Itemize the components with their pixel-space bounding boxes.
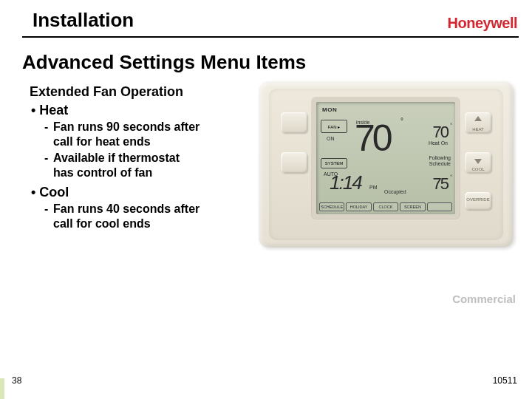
degree-icon: ° [450,123,452,128]
lcd-fan-mode: ON [327,136,335,141]
lcd-bottom-row: SCHEDULE HOLIDAY CLOCK SCREEN [319,202,452,211]
text: call for heat ends [53,134,259,149]
chevron-up-icon [474,116,482,121]
lcd-btn-schedule: SCHEDULE [319,202,344,211]
lcd-day: MON [322,106,337,113]
text: Fan runs 40 seconds after [53,202,200,215]
lcd-occupied: Occupied [384,189,406,194]
text: Fan runs 90 seconds after [53,120,200,133]
left-accent [0,378,4,399]
cool-label: COOL [465,167,491,171]
lcd-inside-temp: 70 [355,117,390,160]
text: Available if thermostat [53,151,180,164]
heat-label: HEAT [465,127,491,132]
text: call for cool ends [53,216,259,231]
lcd-btn-clock: CLOCK [373,202,398,211]
lcd-screen: MON FAN ▸ ON SYSTEM AUTO inside 70 ° 70 … [316,102,455,214]
lcd-btn-holiday: HOLIDAY [346,202,371,211]
brand-logo: Honeywell [448,15,517,32]
page-number: 38 [12,375,21,386]
degree-icon: ° [400,117,403,125]
heat-sub-2: Available if thermostat has control of f… [44,151,259,180]
system-button [281,152,307,173]
heat-up-button: HEAT [465,112,491,133]
text: has control of fan [53,166,259,180]
fan-button [281,112,307,133]
lcd-btn-blank [427,202,452,211]
heat-sub-1: Fan runs 90 seconds after call for heat … [44,120,259,149]
commercial-label: Commercial [452,293,516,305]
degree-icon: ° [450,174,452,180]
cool-down-button: COOL [465,152,491,173]
bullet-heat: • Heat [31,103,259,118]
lcd-heat-setpoint: 70 [433,123,448,142]
lcd-btn-screen: SCREEN [400,202,425,211]
section-title: Advanced Settings Menu Items [0,38,532,81]
subheading: Extended Fan Operation [30,84,259,100]
lcd-fan-box: FAN ▸ [321,120,347,133]
lcd-ampm: PM [369,185,378,190]
chevron-down-icon [474,159,482,164]
thermostat-image: HEAT COOL OVERRIDE MON FAN ▸ ON SYSTEM A… [259,81,514,248]
lcd-system-box: SYSTEM [321,158,347,168]
lcd-heat-sublabel: Heat On [429,140,448,146]
lcd-cool-setpoint: 75 [433,174,448,194]
lcd-following: Following Schedule [414,155,451,166]
doc-id: 10511 [493,375,517,386]
lcd-time: 1:14 [330,171,361,194]
override-label: OVERRIDE [465,197,491,202]
override-button: OVERRIDE [465,192,491,210]
bullet-cool: • Cool [31,185,259,200]
header-title: Installation [33,9,134,32]
cool-sub-1: Fan runs 40 seconds after call for cool … [44,202,259,231]
